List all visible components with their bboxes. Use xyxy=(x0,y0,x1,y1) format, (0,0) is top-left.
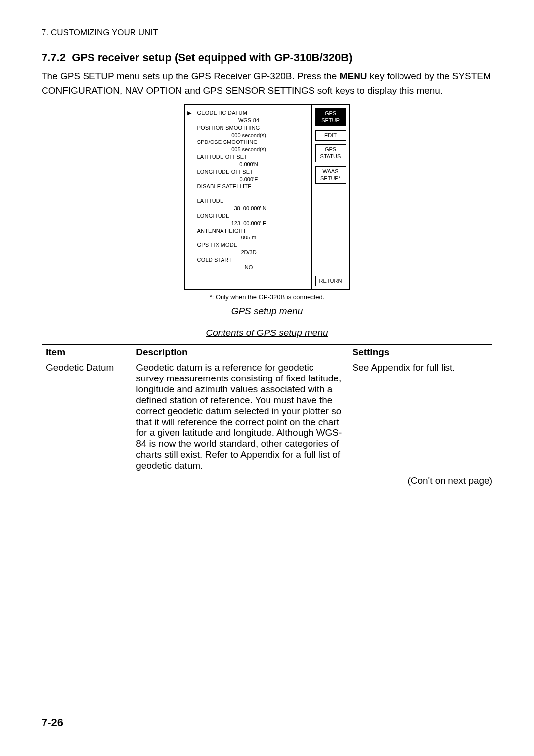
figure-footnote: *: Only when the GP-320B is connected. xyxy=(42,293,492,301)
menu-item-value: 0.000'E xyxy=(190,176,308,183)
menu-item-label: POSITION SMOOTHING xyxy=(190,124,308,132)
menu-item-label: LATITUDE xyxy=(190,197,308,205)
figure-caption: GPS setup menu xyxy=(42,306,492,317)
menu-item-value: 0.000'N xyxy=(190,161,308,168)
continued-note: (Con't on next page) xyxy=(42,475,492,486)
section-header: 7. CUSTOMIZING YOUR UNIT xyxy=(42,28,492,38)
softkey-column: GPS SETUP EDIT GPS STATUS WAAS SETUP* RE… xyxy=(312,105,349,289)
menu-item-value: WGS-84 xyxy=(190,117,308,124)
heading: 7.7.2 GPS receiver setup (Set equipped w… xyxy=(42,51,492,64)
softkey-waas-setup[interactable]: WAAS SETUP* xyxy=(315,166,346,184)
menu-item-value: 005 m xyxy=(190,234,308,241)
softkey-edit[interactable]: EDIT xyxy=(315,130,346,141)
menu-item-label: SPD/CSE SMOOTHING xyxy=(190,139,308,146)
menu-item-label: LATITUDE OFFSET xyxy=(190,153,308,161)
table-header-row: Item Description Settings xyxy=(42,345,492,360)
heading-number: 7.7.2 xyxy=(42,51,66,64)
softkey-return[interactable]: RETURN xyxy=(315,276,346,286)
menu-item-label: DISABLE SATELLITE xyxy=(190,183,308,190)
menu-item-label: GEODETIC DATUM xyxy=(190,109,308,117)
intro-text-a: The GPS SETUP menu sets up the GPS Recei… xyxy=(42,71,340,81)
table-header-item: Item xyxy=(42,345,132,360)
menu-item-value: 000 second(s) xyxy=(190,132,308,139)
menu-item-value: NO xyxy=(190,264,308,271)
menu-item-value: 38 00.000' N xyxy=(190,205,308,212)
menu-item-label: COLD START xyxy=(190,256,308,264)
menu-key-bold: MENU xyxy=(340,71,367,81)
table-cell-item: Geodetic Datum xyxy=(42,360,132,473)
menu-item-value: 005 second(s) xyxy=(190,146,308,153)
table-title: Contents of GPS setup menu xyxy=(42,328,492,338)
page-number: 7-26 xyxy=(42,716,63,729)
menu-item-label: GPS FIX MODE xyxy=(190,241,308,249)
heading-title: GPS receiver setup (Set equipped with GP… xyxy=(72,51,352,64)
table-row: Geodetic Datum Geodetic datum is a refer… xyxy=(42,360,492,473)
menu-item-label: LONGITUDE xyxy=(190,212,308,220)
table-header-settings: Settings xyxy=(348,345,492,360)
contents-table: Item Description Settings Geodetic Datum… xyxy=(42,344,492,473)
intro-paragraph: The GPS SETUP menu sets up the GPS Recei… xyxy=(42,69,492,97)
menu-item-value: – – – – – – – – xyxy=(190,190,308,197)
menu-item-value: 2D/3D xyxy=(190,249,308,256)
table-header-description: Description xyxy=(132,345,348,360)
table-cell-description: Geodetic datum is a reference for geodet… xyxy=(132,360,348,473)
table-cell-settings: See Appendix for full list. xyxy=(348,360,492,473)
selection-arrow-icon: ▶ xyxy=(187,110,191,116)
gps-setup-menu-figure: ▶ GEODETIC DATUM WGS-84 POSITION SMOOTHI… xyxy=(184,104,350,290)
menu-item-value: 123 00.000' E xyxy=(190,220,308,227)
softkey-gps-setup[interactable]: GPS SETUP xyxy=(315,108,346,126)
menu-list: ▶ GEODETIC DATUM WGS-84 POSITION SMOOTHI… xyxy=(185,105,312,289)
menu-item-label: LONGITUDE OFFSET xyxy=(190,168,308,176)
softkey-gps-status[interactable]: GPS STATUS xyxy=(315,144,346,162)
menu-item-label: ANTENNA HEIGHT xyxy=(190,227,308,235)
